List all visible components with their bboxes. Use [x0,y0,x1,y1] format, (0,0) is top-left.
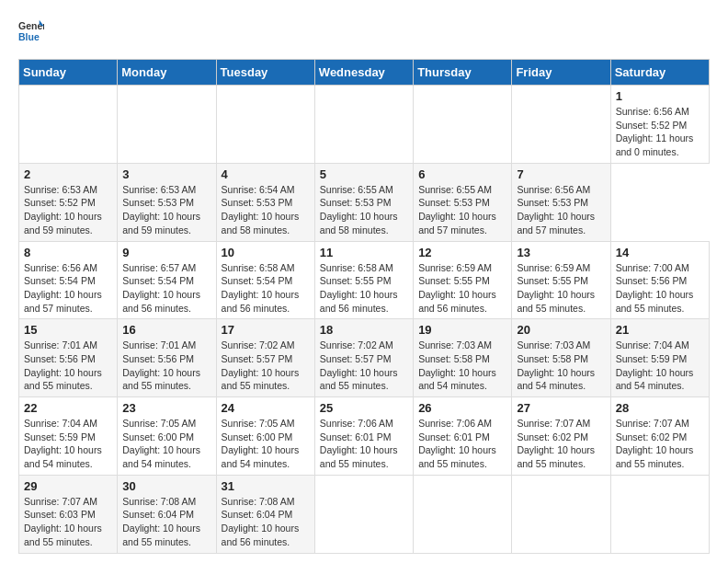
day-cell-7: 7Sunrise: 6:56 AMSunset: 5:53 PMDaylight… [512,163,610,241]
day-number: 28 [616,401,704,415]
day-header-sunday: Sunday [19,60,118,86]
empty-cell [314,475,413,553]
day-number: 23 [122,401,210,415]
day-number: 16 [122,323,210,337]
day-cell-28: 28Sunrise: 7:07 AMSunset: 6:02 PMDayligh… [610,397,709,476]
day-cell-23: 23Sunrise: 7:05 AMSunset: 6:00 PMDayligh… [118,397,216,476]
day-number: 14 [616,246,704,259]
day-info: Sunrise: 7:05 AMSunset: 6:00 PMDaylight:… [222,418,300,469]
day-number: 26 [418,401,506,415]
header: General Blue [18,18,710,44]
day-cell-1: 1Sunrise: 6:56 AMSunset: 5:52 PMDaylight… [610,86,709,164]
day-info: Sunrise: 7:02 AMSunset: 5:57 PMDaylight:… [320,339,398,391]
day-cell-26: 26Sunrise: 7:06 AMSunset: 6:01 PMDayligh… [414,397,512,476]
day-info: Sunrise: 7:07 AMSunset: 6:03 PMDaylight:… [24,496,102,547]
day-header-monday: Monday [118,60,216,86]
day-info: Sunrise: 7:03 AMSunset: 5:58 PMDaylight:… [517,339,595,391]
day-number: 29 [24,479,112,493]
day-cell-27: 27Sunrise: 7:07 AMSunset: 6:02 PMDayligh… [512,397,610,476]
day-number: 17 [222,323,310,337]
calendar-week-2: 8Sunrise: 6:56 AMSunset: 5:54 PMDaylight… [19,241,710,319]
day-cell-29: 29Sunrise: 7:07 AMSunset: 6:03 PMDayligh… [19,475,118,553]
calendar-week-4: 22Sunrise: 7:04 AMSunset: 5:59 PMDayligh… [19,397,710,476]
day-info: Sunrise: 6:53 AMSunset: 5:53 PMDaylight:… [122,184,200,236]
day-cell-15: 15Sunrise: 7:01 AMSunset: 5:56 PMDayligh… [19,319,118,397]
day-number: 18 [320,323,408,337]
empty-cell [512,86,610,164]
day-number: 30 [122,479,210,493]
day-info: Sunrise: 6:58 AMSunset: 5:54 PMDaylight:… [222,262,300,314]
empty-cell [610,475,709,553]
day-info: Sunrise: 7:01 AMSunset: 5:56 PMDaylight:… [122,339,200,391]
empty-cell [414,86,512,164]
empty-cell [216,86,314,164]
day-number: 24 [222,401,310,415]
calendar-week-3: 15Sunrise: 7:01 AMSunset: 5:56 PMDayligh… [19,319,710,397]
day-cell-10: 10Sunrise: 6:58 AMSunset: 5:54 PMDayligh… [216,241,314,319]
day-cell-8: 8Sunrise: 6:56 AMSunset: 5:54 PMDaylight… [19,241,118,319]
day-info: Sunrise: 6:59 AMSunset: 5:55 PMDaylight:… [418,262,496,314]
day-info: Sunrise: 7:00 AMSunset: 5:56 PMDaylight:… [616,262,694,314]
empty-cell [118,86,216,164]
day-info: Sunrise: 7:03 AMSunset: 5:58 PMDaylight:… [418,339,496,391]
day-info: Sunrise: 7:01 AMSunset: 5:56 PMDaylight:… [24,339,102,391]
day-cell-16: 16Sunrise: 7:01 AMSunset: 5:56 PMDayligh… [118,319,216,397]
day-info: Sunrise: 7:05 AMSunset: 6:00 PMDaylight:… [122,418,200,469]
day-number: 2 [24,167,112,181]
day-info: Sunrise: 6:56 AMSunset: 5:54 PMDaylight:… [24,262,102,314]
day-number: 10 [222,246,310,259]
day-number: 19 [418,323,506,337]
day-cell-25: 25Sunrise: 7:06 AMSunset: 6:01 PMDayligh… [314,397,413,476]
day-info: Sunrise: 6:55 AMSunset: 5:53 PMDaylight:… [320,184,398,236]
day-number: 8 [24,246,112,259]
day-number: 25 [320,401,408,415]
day-cell-17: 17Sunrise: 7:02 AMSunset: 5:57 PMDayligh… [216,319,314,397]
day-info: Sunrise: 7:08 AMSunset: 6:04 PMDaylight:… [122,496,200,547]
day-number: 6 [418,167,506,181]
day-info: Sunrise: 7:06 AMSunset: 6:01 PMDaylight:… [320,418,398,469]
day-number: 27 [517,401,605,415]
calendar-week-1: 2Sunrise: 6:53 AMSunset: 5:52 PMDaylight… [19,163,710,241]
day-cell-31: 31Sunrise: 7:08 AMSunset: 6:04 PMDayligh… [216,475,314,553]
calendar-table: SundayMondayTuesdayWednesdayThursdayFrid… [18,59,710,554]
day-cell-14: 14Sunrise: 7:00 AMSunset: 5:56 PMDayligh… [610,241,709,319]
day-number: 1 [616,89,704,103]
day-number: 15 [24,323,112,337]
day-info: Sunrise: 7:08 AMSunset: 6:04 PMDaylight:… [222,496,300,547]
day-info: Sunrise: 6:59 AMSunset: 5:55 PMDaylight:… [517,262,595,314]
day-info: Sunrise: 6:57 AMSunset: 5:54 PMDaylight:… [122,262,200,314]
day-cell-22: 22Sunrise: 7:04 AMSunset: 5:59 PMDayligh… [19,397,118,476]
day-cell-30: 30Sunrise: 7:08 AMSunset: 6:04 PMDayligh… [118,475,216,553]
day-info: Sunrise: 7:06 AMSunset: 6:01 PMDaylight:… [418,418,496,469]
day-cell-13: 13Sunrise: 6:59 AMSunset: 5:55 PMDayligh… [512,241,610,319]
logo: General Blue [18,18,44,44]
day-number: 11 [320,246,408,259]
day-cell-19: 19Sunrise: 7:03 AMSunset: 5:58 PMDayligh… [414,319,512,397]
empty-cell [19,86,118,164]
day-number: 13 [517,246,605,259]
day-info: Sunrise: 7:04 AMSunset: 5:59 PMDaylight:… [616,339,694,391]
day-header-thursday: Thursday [414,60,512,86]
day-info: Sunrise: 6:55 AMSunset: 5:53 PMDaylight:… [418,184,496,236]
day-cell-21: 21Sunrise: 7:04 AMSunset: 5:59 PMDayligh… [610,319,709,397]
day-info: Sunrise: 7:07 AMSunset: 6:02 PMDaylight:… [517,418,595,469]
day-number: 5 [320,167,408,181]
day-cell-18: 18Sunrise: 7:02 AMSunset: 5:57 PMDayligh… [314,319,413,397]
day-number: 20 [517,323,605,337]
calendar-week-5: 29Sunrise: 7:07 AMSunset: 6:03 PMDayligh… [19,475,710,553]
day-cell-4: 4Sunrise: 6:54 AMSunset: 5:53 PMDaylight… [216,163,314,241]
day-info: Sunrise: 6:56 AMSunset: 5:53 PMDaylight:… [517,184,595,236]
day-number: 22 [24,401,112,415]
day-cell-3: 3Sunrise: 6:53 AMSunset: 5:53 PMDaylight… [118,163,216,241]
day-cell-12: 12Sunrise: 6:59 AMSunset: 5:55 PMDayligh… [414,241,512,319]
day-number: 12 [418,246,506,259]
day-header-tuesday: Tuesday [216,60,314,86]
day-number: 31 [222,479,310,493]
day-number: 7 [517,167,605,181]
day-header-wednesday: Wednesday [314,60,413,86]
day-cell-6: 6Sunrise: 6:55 AMSunset: 5:53 PMDaylight… [414,163,512,241]
header-row: SundayMondayTuesdayWednesdayThursdayFrid… [19,60,710,86]
day-header-friday: Friday [512,60,610,86]
svg-text:Blue: Blue [18,31,40,42]
day-number: 21 [616,323,704,337]
